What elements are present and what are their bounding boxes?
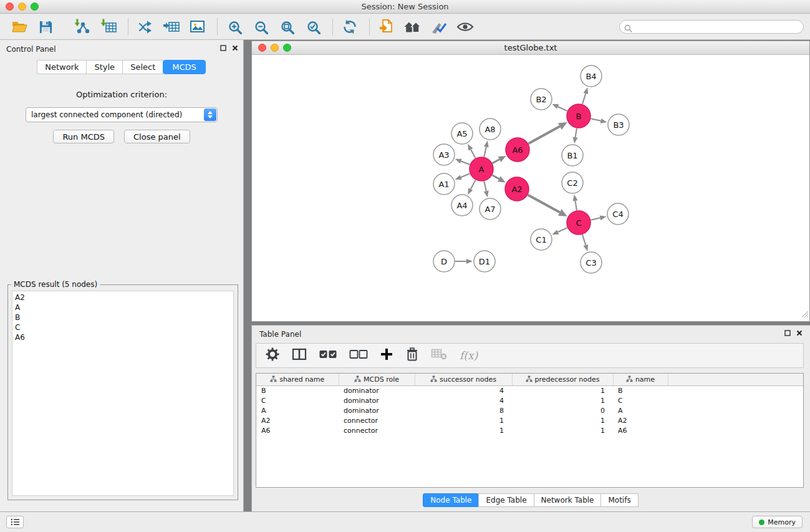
table-row[interactable]: Bdominator41B (256, 385, 803, 396)
minimize-frame-button[interactable] (271, 44, 279, 52)
new-document-button[interactable] (377, 17, 396, 37)
tab-mcds[interactable]: MCDS (163, 60, 206, 74)
list-item[interactable]: A6 (12, 332, 233, 342)
close-panel-icon[interactable] (232, 45, 238, 51)
close-frame-button[interactable] (258, 44, 266, 52)
table-row[interactable]: Adominator80A (256, 406, 803, 416)
table-cell[interactable]: 1 (415, 426, 512, 436)
zoom-fit-button[interactable] (277, 17, 296, 37)
list-item[interactable]: A2 (12, 293, 233, 302)
search-input[interactable] (619, 20, 804, 34)
table-cell[interactable]: connector (339, 426, 415, 436)
network-arrows-button[interactable] (136, 17, 155, 37)
graph-edge[interactable] (591, 118, 601, 121)
run-mcds-button[interactable]: Run MCDS (53, 130, 114, 143)
graph-edge[interactable] (471, 150, 475, 158)
graph-edge[interactable] (484, 147, 486, 157)
graph-edge[interactable] (461, 173, 470, 177)
float-panel-icon[interactable] (220, 45, 226, 51)
graph-edge[interactable] (558, 107, 567, 111)
save-session-button[interactable] (36, 17, 55, 37)
zoom-window-button[interactable] (31, 2, 39, 11)
zoom-out-button[interactable] (251, 17, 270, 37)
tab-node-table[interactable]: Node Table (423, 493, 479, 507)
add-row-button[interactable] (380, 347, 393, 364)
graph-edge[interactable] (558, 228, 567, 232)
network-window-titlebar[interactable]: testGlobe.txt (252, 41, 809, 55)
tab-edge-table[interactable]: Edge Table (478, 493, 534, 507)
table-cell[interactable]: A2 (256, 416, 339, 426)
graph-edge[interactable] (492, 175, 499, 179)
show-hide-button[interactable] (456, 17, 475, 37)
refresh-button[interactable] (340, 17, 359, 37)
task-history-button[interactable] (6, 516, 24, 528)
graph-edge[interactable] (493, 160, 500, 163)
column-header[interactable]: MCDS role (339, 374, 415, 385)
zoom-in-button[interactable] (225, 17, 244, 37)
tab-network-table[interactable]: Network Table (534, 493, 602, 507)
tab-network[interactable]: Network (37, 60, 87, 74)
tab-select[interactable]: Select (122, 60, 163, 74)
graph-edge[interactable] (528, 195, 560, 213)
export-image-button[interactable] (188, 17, 207, 37)
table-cell[interactable]: dominator (339, 406, 415, 416)
table-cell[interactable]: A6 (256, 426, 339, 436)
table-cell[interactable]: B (256, 385, 339, 396)
table-cell[interactable]: 4 (415, 396, 512, 406)
select-all-button[interactable] (319, 348, 337, 363)
table-row[interactable]: A6connector11A6 (256, 426, 803, 436)
table-cell[interactable]: connector (339, 416, 415, 426)
table-cell[interactable]: C (256, 396, 339, 406)
mcds-result-list[interactable]: A2ABCA6 (12, 291, 234, 496)
close-panel-icon[interactable] (796, 330, 803, 336)
graph-edge[interactable] (471, 180, 476, 190)
table-cell[interactable]: dominator (339, 385, 415, 396)
tab-style[interactable]: Style (86, 60, 123, 74)
graph-edge[interactable] (484, 181, 486, 191)
tab-motifs[interactable]: Motifs (600, 493, 638, 507)
table-cell[interactable]: 8 (415, 406, 512, 416)
import-table-button[interactable] (99, 17, 118, 37)
delete-row-button[interactable] (405, 347, 419, 364)
graph-edge[interactable] (582, 94, 586, 104)
table-cell[interactable]: A (256, 406, 339, 416)
apply-style-button[interactable] (430, 17, 448, 37)
memory-button[interactable]: Memory (752, 516, 803, 528)
float-panel-icon[interactable] (784, 330, 791, 336)
graph-edge[interactable] (582, 235, 586, 245)
resize-grip-icon[interactable] (801, 309, 809, 321)
table-row[interactable]: A2connector11A2 (256, 416, 803, 426)
table-cell[interactable]: 4 (415, 385, 512, 396)
table-settings-button[interactable] (265, 347, 280, 364)
table-cell[interactable]: 1 (512, 385, 613, 396)
close-panel-button[interactable]: Close panel (124, 130, 190, 143)
zoom-selected-button[interactable] (304, 17, 322, 37)
table-cell[interactable]: dominator (339, 396, 415, 406)
list-item[interactable]: B (12, 312, 233, 322)
column-header[interactable]: shared name (256, 374, 339, 385)
list-item[interactable]: A (12, 302, 233, 312)
graph-edge[interactable] (576, 201, 577, 210)
table-cell[interactable]: A2 (613, 416, 668, 426)
show-columns-button[interactable] (292, 347, 307, 364)
table-cell[interactable]: 1 (512, 396, 613, 406)
table-cell[interactable]: C (613, 396, 668, 406)
table-cell[interactable]: B (613, 385, 668, 396)
import-network-button[interactable] (73, 17, 92, 37)
graph-edge[interactable] (591, 218, 600, 220)
table-cell[interactable]: 1 (415, 416, 512, 426)
close-window-button[interactable] (6, 2, 14, 11)
column-header[interactable]: name (613, 374, 668, 385)
table-row[interactable]: Cdominator41C (256, 396, 803, 406)
table-cell[interactable]: 1 (512, 426, 613, 436)
table-cell[interactable]: 1 (512, 416, 613, 426)
deselect-all-button[interactable] (349, 348, 368, 363)
network-canvas[interactable]: B4B2BB3A8A5A6B1A3AC2A1A2A4A7C4CC1C3DD1 (252, 55, 809, 321)
open-session-button[interactable] (10, 17, 29, 37)
table-arrows-button[interactable] (162, 17, 181, 37)
optimization-criterion-select[interactable]: largest connected component (directed) (26, 107, 218, 122)
home-button[interactable] (403, 17, 422, 37)
list-item[interactable]: C (12, 322, 233, 332)
graph-edge[interactable] (529, 127, 560, 144)
table-cell[interactable]: A (613, 406, 668, 416)
